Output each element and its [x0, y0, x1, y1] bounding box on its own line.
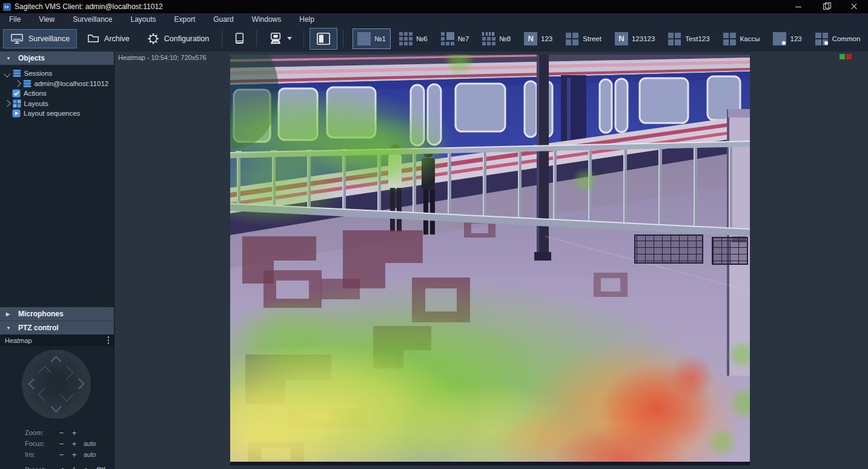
ptz-camera-row: Heatmap: [0, 334, 114, 346]
ptz-zoom-row: Zoom: − +: [0, 427, 114, 438]
layout-label: 123: [790, 35, 801, 42]
ptz-keyboard-button[interactable]: [262, 28, 298, 49]
focus-auto-button[interactable]: auto: [84, 440, 96, 447]
menu-export[interactable]: Export: [165, 13, 205, 25]
layout-label: 123: [541, 35, 552, 42]
ptz-iris-row: Iris: − + auto: [0, 449, 114, 460]
archive-mode-button[interactable]: Archive: [80, 29, 137, 48]
tree-label: Layout sequences: [24, 110, 80, 117]
minimize-button[interactable]: [784, 0, 812, 13]
layout-grid9-icon: [399, 32, 412, 45]
tree-item-sessions[interactable]: Sessions: [0, 68, 114, 79]
tree-label: admin@localhost:11012: [35, 80, 109, 87]
preset-next-button[interactable]: >: [81, 465, 93, 469]
expander-right-icon[interactable]: [4, 100, 10, 107]
layout-button-no1[interactable]: №1: [353, 28, 391, 49]
layout-button-test123[interactable]: Test123: [663, 28, 714, 49]
preset-prev-button[interactable]: <: [55, 465, 68, 469]
layout-button-no7[interactable]: №7: [436, 28, 474, 49]
ptz-controls: Zoom: − + Focus: − + auto Iris: − + auto…: [0, 427, 114, 469]
toolbar: Surveillance Archive Configuration: [0, 25, 868, 52]
menu-file[interactable]: File: [0, 13, 30, 25]
preset-value[interactable]: 1: [68, 466, 81, 469]
zoom-minus-button[interactable]: −: [55, 428, 68, 437]
app-logo-icon: [3, 3, 11, 11]
zoom-plus-button[interactable]: +: [68, 428, 81, 437]
layout-label: №1: [374, 35, 386, 42]
focus-plus-button[interactable]: +: [68, 439, 81, 448]
tree-item-layout-sequences[interactable]: Layout sequences: [0, 108, 114, 119]
restore-button[interactable]: [812, 0, 840, 13]
objects-section-header[interactable]: ▼ Objects: [0, 52, 114, 65]
layout-button-123-dot[interactable]: 123: [768, 28, 806, 49]
microphones-title: Microphones: [18, 310, 64, 318]
tree-item-admin-session[interactable]: admin@localhost:11012: [0, 79, 114, 89]
layout-label: Common: [832, 35, 861, 42]
chevron-down-icon[interactable]: [287, 37, 292, 40]
configuration-mode-button[interactable]: Configuration: [140, 28, 216, 49]
toolbar-separator: [343, 30, 343, 47]
expander-down-icon[interactable]: [4, 70, 10, 77]
layout-button-kassy[interactable]: Кассы: [718, 28, 765, 49]
layout-label: №6: [416, 35, 428, 42]
menu-view[interactable]: View: [30, 13, 64, 25]
preset-ok-button[interactable]: OK: [96, 466, 106, 469]
ptz-downleft-bracket-icon[interactable]: [38, 388, 52, 402]
floor-grates: [635, 235, 747, 264]
pole: [534, 55, 551, 261]
layout-grid4-icon: [566, 32, 579, 45]
layout-button-street[interactable]: Street: [561, 28, 606, 49]
ptz-right-icon[interactable]: [73, 378, 84, 389]
ptz-section-header[interactable]: ▼ PTZ control: [0, 321, 114, 334]
triangle-right-icon: ▶: [6, 311, 12, 317]
gear-icon: [147, 33, 159, 45]
layout-label: Кассы: [740, 35, 760, 42]
close-button[interactable]: [840, 0, 868, 13]
play-icon: [12, 109, 21, 118]
layout-button-123123[interactable]: N 123123: [610, 28, 660, 49]
camera-video-cell[interactable]: [230, 55, 750, 465]
layout-button-123[interactable]: N 123: [519, 28, 557, 49]
ptz-upleft-bracket-icon[interactable]: [38, 366, 52, 380]
tree-item-actions[interactable]: Actions: [0, 88, 114, 99]
ptz-keyboard-icon: [268, 32, 283, 45]
iris-plus-button[interactable]: +: [68, 450, 81, 459]
close-icon: [851, 4, 857, 10]
layout-grid8-icon: [482, 32, 495, 45]
book-icon: [234, 32, 245, 45]
ptz-focus-row: Focus: − + auto: [0, 438, 114, 449]
actions-checkbox-icon: [12, 89, 21, 98]
layout-n-icon: N: [615, 32, 628, 45]
menu-guard[interactable]: Guard: [204, 13, 242, 25]
tree-item-layouts[interactable]: Layouts: [0, 99, 114, 109]
layout-button-no6[interactable]: №6: [394, 28, 432, 49]
layouts-grid-icon: [13, 99, 21, 108]
layout-single-dot-icon: [773, 32, 786, 45]
sessions-server-icon: [23, 79, 31, 88]
ptz-joystick-pad[interactable]: [22, 350, 91, 419]
microphones-section-header[interactable]: ▶ Microphones: [0, 307, 114, 321]
menu-layouts[interactable]: Layouts: [122, 13, 165, 25]
iris-auto-button[interactable]: auto: [84, 451, 96, 458]
menu-help[interactable]: Help: [290, 13, 323, 25]
ptz-up-icon[interactable]: [50, 356, 61, 367]
iris-minus-button[interactable]: −: [55, 450, 68, 459]
journal-button[interactable]: [228, 28, 251, 49]
ptz-down-icon[interactable]: [50, 401, 61, 412]
focus-minus-button[interactable]: −: [55, 439, 68, 448]
panel-toggle-button[interactable]: [310, 28, 337, 50]
layout-button-common[interactable]: Common: [810, 28, 866, 49]
ptz-upright-bracket-icon[interactable]: [60, 366, 74, 380]
expander-right-icon[interactable]: [14, 80, 21, 87]
ptz-downright-bracket-icon[interactable]: [60, 388, 74, 402]
surveillance-mode-button[interactable]: Surveillance: [3, 29, 77, 48]
preset-label: Preset:: [25, 466, 55, 469]
ptz-left-icon[interactable]: [28, 378, 39, 389]
status-indicators: [840, 54, 852, 59]
minimize-icon: [795, 7, 801, 7]
menu-windows[interactable]: Windows: [243, 13, 291, 25]
menu-surveillance[interactable]: Surveillance: [64, 13, 121, 25]
ptz-camera-name: Heatmap: [5, 337, 32, 344]
layout-button-no8[interactable]: №8: [477, 28, 515, 49]
kebab-menu-icon[interactable]: [108, 336, 110, 344]
